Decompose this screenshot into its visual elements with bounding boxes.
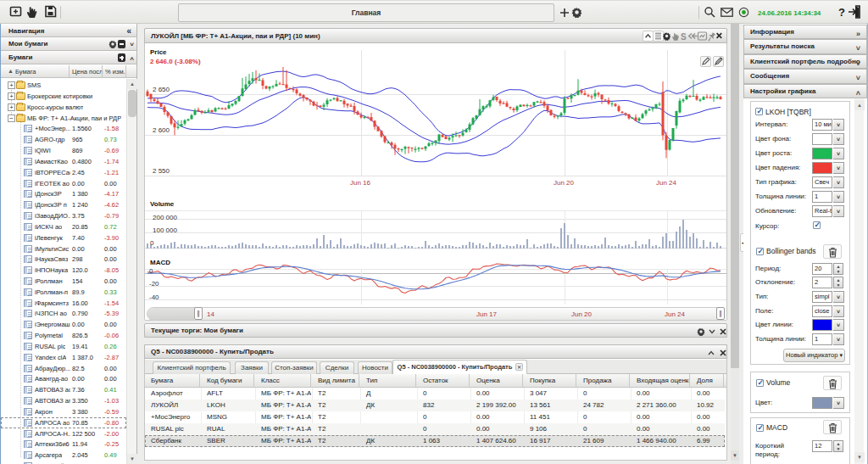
svg-text:S: S (681, 32, 687, 42)
